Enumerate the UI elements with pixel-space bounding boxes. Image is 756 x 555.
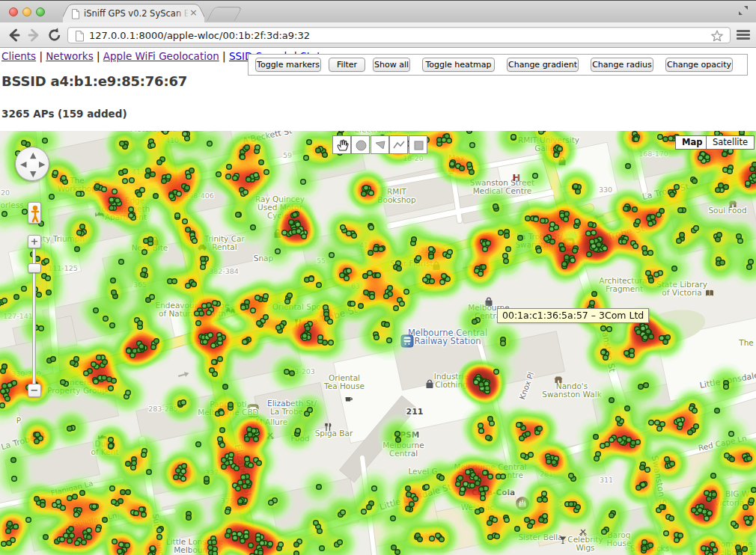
address-bar[interactable]: 127.0.0.1:8000/apple-wloc/00:1b:2f:3d:a9…	[67, 27, 731, 43]
browser-toolbar: 127.0.0.1:8000/apple-wloc/00:1b:2f:3d:a9…	[0, 22, 756, 48]
draw-tool-polyline[interactable]	[389, 135, 408, 154]
browser-tab[interactable]: iSniff GPS v0.2 SyScan Edit ×	[63, 4, 204, 23]
circle-icon	[352, 136, 371, 155]
bookmark-star-icon[interactable]	[710, 29, 724, 43]
back-button[interactable]	[4, 26, 22, 44]
url-host: 127.0.0.1:8000	[89, 30, 164, 41]
tab-close-icon[interactable]: ×	[189, 7, 198, 18]
action-button-change-radius[interactable]: Change radius	[591, 58, 653, 72]
heatmap-and-markers-layer[interactable]	[0, 131, 756, 555]
nav-separator: |	[219, 50, 229, 62]
zoom-window-button[interactable]	[36, 7, 45, 16]
minimize-window-button[interactable]	[22, 7, 31, 16]
street-view-pegman[interactable]	[28, 202, 41, 224]
nav-separator: |	[94, 50, 103, 62]
nav-link-clients[interactable]: Clients	[1, 50, 36, 62]
pan-right-icon[interactable]: ▶	[39, 160, 45, 168]
zoom-slider-thumb[interactable]	[28, 263, 41, 273]
ap-count-text: 3265 APs (159 added)	[1, 108, 127, 120]
url-path: /apple-wloc/00:1b:2f:3d:a9:32	[164, 30, 311, 41]
map-actions-toolbar: Toggle markersFilterShow allToggle heatm…	[248, 54, 748, 76]
action-button-change-gradient[interactable]: Change gradient	[507, 58, 579, 72]
polygon-icon	[371, 136, 390, 155]
nav-link-networks[interactable]: Networks	[46, 50, 93, 62]
zoom-in-button[interactable]: +	[28, 235, 41, 248]
page-content: Clients | Networks | Apple WiFi Geolocat…	[0, 49, 756, 555]
nav-link-apple-wifi-geolocation[interactable]: Apple WiFi Geolocation	[103, 50, 219, 62]
rectangle-icon	[409, 136, 428, 155]
draw-tool-hand[interactable]	[332, 135, 351, 154]
pan-left-icon[interactable]: ◀	[20, 160, 26, 168]
window-expand-icon[interactable]	[738, 5, 749, 16]
action-button-toggle-markers[interactable]: Toggle markers	[255, 58, 321, 72]
maptype-satellite-button[interactable]: Satellite	[706, 135, 755, 150]
titlebar: iSniff GPS v0.2 SyScan Edit ×	[0, 0, 756, 22]
google-map[interactable]: A'Beckett StLa Trobe StLa Trobe StLa Tro…	[0, 131, 756, 555]
zoom-out-button[interactable]: −	[28, 384, 41, 397]
close-window-button[interactable]	[9, 7, 18, 16]
action-button-change-opacity[interactable]: Change opacity	[665, 58, 733, 72]
chrome-menu-icon[interactable]	[737, 30, 750, 40]
page-title: BSSID a4:b1:e9:85:76:67	[1, 73, 187, 89]
pan-down-icon[interactable]: ▼	[30, 170, 36, 178]
polyline-icon	[390, 136, 409, 155]
browser-window: iSniff GPS v0.2 SyScan Edit × 127.0.0.	[0, 0, 756, 555]
map-pan-control[interactable]: ▲ ▼ ◀ ▶	[15, 147, 49, 181]
action-button-filter[interactable]: Filter	[329, 58, 365, 72]
draw-tool-rectangle[interactable]	[409, 135, 427, 154]
new-tab-button[interactable]	[207, 7, 243, 21]
hand-icon	[333, 136, 352, 155]
maptype-map-button[interactable]: Map	[675, 135, 709, 150]
pan-up-icon[interactable]: ▲	[30, 151, 36, 159]
reload-button[interactable]	[46, 26, 64, 44]
tab-favicon	[71, 9, 80, 19]
marker-tooltip: 00:1a:c1:36:5a:57 – 3Com Ltd	[497, 308, 649, 323]
page-icon	[75, 31, 85, 42]
nav-separator: |	[36, 50, 46, 62]
draw-tool-polygon[interactable]	[371, 135, 389, 154]
forward-button[interactable]	[25, 26, 43, 44]
url-text: 127.0.0.1:8000/apple-wloc/00:1b:2f:3d:a9…	[89, 30, 310, 41]
draw-tool-circle[interactable]	[351, 135, 370, 154]
action-button-show-all[interactable]: Show all	[373, 58, 410, 72]
action-button-toggle-heatmap[interactable]: Toggle heatmap	[422, 58, 495, 72]
tab-title: iSniff GPS v0.2 SyScan Edit	[84, 8, 190, 19]
